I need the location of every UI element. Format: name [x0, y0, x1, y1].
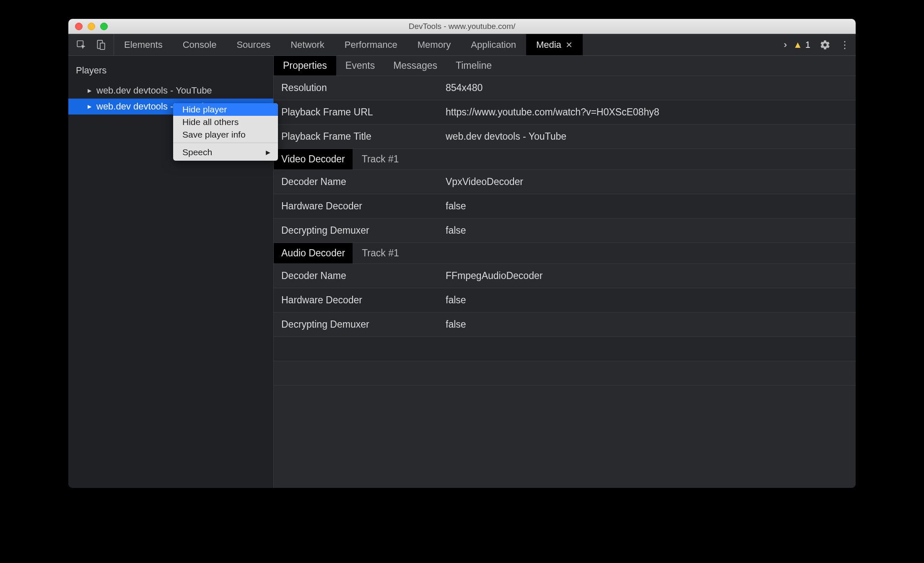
property-key: Resolution — [274, 82, 446, 94]
section-audio-decoder: Audio Decoder Track #1 — [274, 243, 856, 264]
player-item[interactable]: ▶ web.dev devtools - YouTube — [68, 83, 273, 99]
property-value: https://www.youtube.com/watch?v=H0XScE08… — [446, 107, 856, 118]
property-row: Playback Frame Title web.dev devtools - … — [274, 125, 856, 149]
play-triangle-icon: ▶ — [88, 88, 91, 94]
property-row: Hardware Decoder false — [274, 288, 856, 313]
property-value: 854x480 — [446, 82, 856, 94]
tab-performance[interactable]: Performance — [335, 34, 407, 55]
tab-console[interactable]: Console — [173, 34, 227, 55]
property-key: Decoder Name — [274, 270, 446, 282]
empty-row — [274, 361, 856, 386]
property-value: false — [446, 295, 856, 306]
menu-item-label: Hide player — [182, 104, 227, 114]
subtab-messages[interactable]: Messages — [384, 56, 446, 76]
property-key: Hardware Decoder — [274, 295, 446, 306]
tab-label: Media — [536, 39, 561, 50]
property-value: FFmpegAudioDecoder — [446, 270, 856, 282]
section-pill[interactable]: Audio Decoder — [274, 243, 353, 263]
property-key: Hardware Decoder — [274, 201, 446, 212]
window-title: DevTools - www.youtube.com/ — [68, 22, 856, 31]
property-key: Playback Frame Title — [274, 131, 446, 142]
subtab-label: Messages — [393, 60, 437, 71]
inspect-element-icon[interactable] — [76, 39, 87, 50]
tab-label: Performance — [345, 39, 397, 50]
subtab-label: Timeline — [456, 60, 492, 71]
toolbar-left-group — [68, 34, 114, 55]
tab-label: Console — [183, 39, 217, 50]
subtab-label: Properties — [283, 60, 327, 71]
subtab-timeline[interactable]: Timeline — [446, 56, 501, 76]
tab-memory[interactable]: Memory — [407, 34, 461, 55]
property-row: Resolution 854x480 — [274, 76, 856, 100]
property-key: Playback Frame URL — [274, 107, 446, 118]
menu-item-label: Save player info — [182, 130, 246, 139]
properties-table: Resolution 854x480 Playback Frame URL ht… — [274, 76, 856, 386]
minimize-window-button[interactable] — [88, 23, 95, 30]
tab-media[interactable]: Media ✕ — [526, 34, 583, 55]
property-key: Decoder Name — [274, 176, 446, 188]
chevron-right-icon: ▶ — [266, 149, 270, 156]
main-panel: Properties Events Messages Timeline Reso… — [274, 56, 856, 488]
section-track[interactable]: Track #1 — [353, 243, 408, 263]
traffic-lights — [68, 23, 108, 30]
property-key: Decrypting Demuxer — [274, 225, 446, 236]
empty-row — [274, 337, 856, 361]
panel-tab-strip: Elements Console Sources Network Perform… — [114, 34, 778, 55]
devtools-body: Players ▶ web.dev devtools - YouTube ▶ w… — [68, 56, 856, 488]
tab-label: Elements — [124, 39, 163, 50]
sidebar-title: Players — [68, 56, 273, 83]
menu-divider — [173, 143, 278, 143]
tab-label: Memory — [418, 39, 451, 50]
property-value: false — [446, 225, 856, 236]
player-item-label: web.dev devtools - YouTube — [96, 85, 212, 96]
property-row: Decoder Name VpxVideoDecoder — [274, 170, 856, 194]
property-row: Decrypting Demuxer false — [274, 313, 856, 337]
menu-item-save-info[interactable]: Save player info — [173, 128, 278, 141]
toolbar-right-group: ›› ▲ 1 ⋮ — [778, 34, 856, 55]
section-pill[interactable]: Video Decoder — [274, 149, 353, 169]
property-value: false — [446, 319, 856, 330]
warning-count: 1 — [805, 39, 810, 50]
menu-item-speech[interactable]: Speech ▶ — [173, 145, 278, 161]
tab-label: Sources — [236, 39, 270, 50]
svg-rect-2 — [100, 43, 105, 49]
players-sidebar: Players ▶ web.dev devtools - YouTube ▶ w… — [68, 56, 274, 488]
subtab-label: Events — [345, 60, 375, 71]
context-menu: Hide player Hide all others Save player … — [173, 103, 278, 161]
tab-application[interactable]: Application — [461, 34, 526, 55]
device-toolbar-icon[interactable] — [95, 39, 106, 50]
property-row: Playback Frame URL https://www.youtube.c… — [274, 100, 856, 125]
close-window-button[interactable] — [75, 23, 83, 30]
titlebar: DevTools - www.youtube.com/ — [68, 19, 856, 34]
property-row: Decoder Name FFmpegAudioDecoder — [274, 264, 856, 288]
menu-item-hide-others[interactable]: Hide all others — [173, 116, 278, 128]
tab-elements[interactable]: Elements — [114, 34, 173, 55]
devtools-toolbar: Elements Console Sources Network Perform… — [68, 34, 856, 56]
close-icon[interactable]: ✕ — [566, 40, 573, 50]
play-triangle-icon: ▶ — [88, 104, 91, 109]
subtab-properties[interactable]: Properties — [274, 56, 336, 76]
property-value: false — [446, 201, 856, 212]
property-row: Decrypting Demuxer false — [274, 219, 856, 243]
property-value: web.dev devtools - YouTube — [446, 131, 856, 142]
section-track[interactable]: Track #1 — [353, 149, 408, 169]
section-video-decoder: Video Decoder Track #1 — [274, 149, 856, 170]
menu-item-label: Speech — [182, 147, 212, 157]
property-value: VpxVideoDecoder — [446, 176, 856, 188]
media-subtab-strip: Properties Events Messages Timeline — [274, 56, 856, 76]
tab-label: Network — [291, 39, 324, 50]
menu-item-label: Hide all others — [182, 117, 239, 127]
fullscreen-window-button[interactable] — [100, 23, 108, 30]
settings-icon[interactable] — [820, 39, 831, 50]
tab-label: Application — [471, 39, 516, 50]
devtools-window: DevTools - www.youtube.com/ Elements Con… — [68, 19, 856, 488]
warning-icon: ▲ — [793, 39, 802, 50]
tab-network[interactable]: Network — [280, 34, 335, 55]
kebab-menu-icon[interactable]: ⋮ — [840, 39, 850, 51]
tab-sources[interactable]: Sources — [226, 34, 280, 55]
warnings-badge[interactable]: ▲ 1 — [793, 39, 810, 50]
menu-item-hide-player[interactable]: Hide player — [173, 103, 278, 116]
property-key: Decrypting Demuxer — [274, 319, 446, 330]
property-row: Hardware Decoder false — [274, 194, 856, 219]
subtab-events[interactable]: Events — [336, 56, 384, 76]
